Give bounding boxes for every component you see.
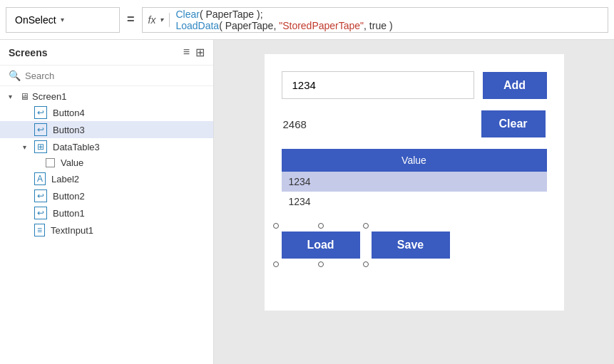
event-dropdown-label: OnSelect: [15, 14, 56, 26]
data-table: Value 1234 1234: [282, 149, 547, 212]
sidebar-item-label: Screen1: [32, 91, 66, 102]
sidebar-item-button2[interactable]: ↩ Button2: [0, 187, 213, 204]
textinput-icon: ≡: [34, 224, 45, 236]
arrow-icon: ▾: [9, 93, 17, 100]
sidebar-item-label: Button4: [53, 108, 85, 118]
table-row: 1234: [282, 172, 547, 192]
formula-divider: [169, 13, 170, 27]
handle-bottom-mid: [318, 261, 324, 267]
label-icon: A: [34, 172, 46, 185]
sidebar-title: Screens: [9, 47, 47, 58]
sidebar-item-button3[interactable]: ↩ Button3: [0, 121, 213, 138]
text-input[interactable]: [282, 71, 474, 99]
sidebar-item-textinput1[interactable]: ≡ TextInput1: [0, 222, 213, 239]
handle-bottom-left: [273, 261, 279, 267]
button-icon-2: ↩: [34, 123, 47, 136]
sidebar-item-label: TextInput1: [51, 225, 93, 236]
tree: ▾ 🖥 Screen1 ↩ Button4 ↩ Button3 ▾: [0, 86, 213, 364]
toolbar: OnSelect ▾ = fx ▾ Clear( PaperTape ); Lo…: [0, 0, 614, 40]
main-content: Screens ≡ ⊞ 🔍 ▾ 🖥 Screen1 ↩ Button4: [0, 40, 614, 364]
canvas-area: Add 2468 Clear Value 1234: [214, 40, 614, 364]
sidebar-item-label: Button3: [53, 125, 85, 135]
table-icon: ⊞: [34, 140, 47, 153]
table-header: Value: [282, 149, 547, 172]
sidebar-item-label: Label2: [51, 174, 79, 184]
table-row: 1234: [282, 192, 547, 212]
search-bar: 🔍: [0, 66, 213, 86]
sidebar-item-label: Value: [61, 157, 83, 168]
list-view-icon[interactable]: ≡: [183, 46, 190, 59]
handle-top-mid: [318, 223, 324, 229]
app-frame: Add 2468 Clear Value 1234: [265, 54, 564, 311]
formula-bar: fx ▾ Clear( PaperTape ); LoadData( Paper…: [142, 7, 608, 33]
sidebar-item-datatable3[interactable]: ▾ ⊞ DataTable3: [0, 138, 213, 155]
fx-label: fx ▾: [148, 14, 164, 26]
handle-top-right: [363, 223, 369, 229]
sidebar: Screens ≡ ⊞ 🔍 ▾ 🖥 Screen1 ↩ Button4: [0, 40, 214, 364]
bottom-row: Load Save: [282, 232, 547, 259]
load-button[interactable]: Load: [282, 232, 360, 259]
screen-icon: 🖥: [20, 91, 29, 102]
grid-view-icon[interactable]: ⊞: [195, 46, 205, 59]
checkbox-icon: [46, 158, 55, 167]
sidebar-item-label: DataTable3: [53, 142, 100, 152]
label-row: 2468 Clear: [282, 110, 547, 137]
sidebar-item-screen1[interactable]: ▾ 🖥 Screen1: [0, 89, 213, 104]
sidebar-header: Screens ≡ ⊞: [0, 40, 213, 66]
search-input[interactable]: [25, 71, 205, 81]
equals-sign: =: [120, 12, 142, 27]
handle-top-left: [273, 223, 279, 229]
add-button[interactable]: Add: [483, 72, 547, 99]
sidebar-item-label2[interactable]: A Label2: [0, 170, 213, 187]
sidebar-item-button4[interactable]: ↩ Button4: [0, 104, 213, 121]
table-cell: 1234: [282, 172, 547, 192]
event-dropdown[interactable]: OnSelect ▾: [6, 7, 120, 33]
load-button-wrapper: Load: [282, 232, 360, 259]
button2-icon: ↩: [34, 189, 47, 202]
table-cell: 1234: [282, 192, 547, 212]
clear-button[interactable]: Clear: [481, 110, 546, 137]
search-icon: 🔍: [9, 70, 21, 81]
button-icon: ↩: [34, 106, 47, 119]
handle-bottom-right: [363, 261, 369, 267]
value-label: 2468: [283, 118, 307, 130]
sidebar-item-label: Button2: [53, 191, 85, 202]
chevron-down-icon: ▾: [61, 16, 64, 24]
input-row: Add: [282, 71, 547, 99]
sidebar-item-label: Button1: [53, 208, 85, 219]
formula-text: Clear( PaperTape ); LoadData( PaperTape,…: [175, 9, 602, 31]
save-button[interactable]: Save: [372, 232, 450, 259]
datatable-arrow-icon: ▾: [23, 143, 31, 151]
sidebar-item-button1[interactable]: ↩ Button1: [0, 204, 213, 222]
fx-chevron-icon: ▾: [160, 16, 163, 24]
sidebar-item-value[interactable]: Value: [0, 155, 213, 170]
button1-icon: ↩: [34, 207, 47, 219]
sidebar-icon-group: ≡ ⊞: [183, 46, 205, 59]
